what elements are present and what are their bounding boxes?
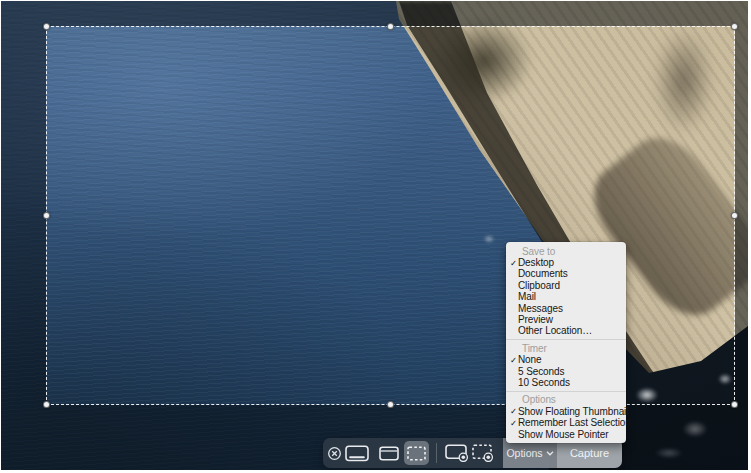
menu-separator	[506, 339, 626, 340]
menu-item-label: Remember Last Selection	[518, 417, 631, 428]
menu-section-header-save-to: Save to	[506, 246, 626, 257]
menu-item-mail[interactable]: Mail	[506, 291, 626, 302]
menu-item-documents[interactable]: Documents	[506, 268, 626, 279]
menu-item-label: Mail	[518, 291, 536, 302]
menu-section-header-timer: Timer	[506, 343, 626, 354]
record-portion-icon	[472, 444, 494, 462]
menu-item-show-floating-thumbnail[interactable]: ✓ Show Floating Thumbnail	[506, 406, 626, 417]
menu-item-label: None	[518, 354, 542, 365]
menu-item-label: 10 Seconds	[518, 377, 570, 388]
options-dropdown-menu: Save to ✓ Desktop Documents Clipboard Ma…	[506, 242, 626, 443]
menu-item-5-seconds[interactable]: 5 Seconds	[506, 365, 626, 376]
desktop: Options Capture Save to ✓ Desktop Docume…	[1, 1, 748, 470]
close-icon	[327, 446, 342, 461]
menu-item-10-seconds[interactable]: 10 Seconds	[506, 377, 626, 388]
menu-separator	[506, 391, 626, 392]
menu-item-label: 5 Seconds	[518, 366, 564, 377]
record-screen-icon	[445, 444, 469, 462]
selection-handle-bottom-right[interactable]	[731, 401, 738, 408]
menu-item-messages[interactable]: Messages	[506, 302, 626, 313]
menu-item-label: Preview	[518, 314, 553, 325]
close-button[interactable]	[326, 445, 342, 461]
options-button-label: Options	[506, 447, 542, 459]
selection-handle-top-left[interactable]	[43, 23, 50, 30]
checkmark-icon: ✓	[506, 355, 518, 365]
menu-item-remember-last-selection[interactable]: ✓ Remember Last Selection	[506, 417, 626, 428]
capture-button-label: Capture	[570, 447, 609, 459]
capture-selected-portion-button[interactable]	[404, 441, 429, 465]
menu-item-label: Show Floating Thumbnail	[518, 406, 628, 417]
menu-item-desktop[interactable]: ✓ Desktop	[506, 257, 626, 268]
selection-handle-middle-left[interactable]	[43, 212, 50, 219]
checkmark-icon: ✓	[506, 258, 518, 268]
menu-item-label: Messages	[518, 303, 563, 314]
menu-item-other-location[interactable]: Other Location…	[506, 325, 626, 336]
record-selected-portion-button[interactable]	[472, 444, 494, 462]
menu-item-clipboard[interactable]: Clipboard	[506, 280, 626, 291]
capture-entire-screen-button[interactable]	[345, 444, 369, 462]
selection-handle-top-center[interactable]	[387, 23, 394, 30]
menu-section-header-options: Options	[506, 394, 626, 405]
selection-handle-bottom-left[interactable]	[43, 401, 50, 408]
chevron-down-icon	[546, 451, 554, 456]
menu-item-label: Desktop	[518, 257, 554, 268]
checkmark-icon: ✓	[506, 418, 518, 428]
toolbar-separator	[436, 443, 437, 463]
dashed-portion-icon	[407, 446, 426, 461]
checkmark-icon: ✓	[506, 406, 518, 416]
menu-item-show-mouse-pointer[interactable]: Show Mouse Pointer	[506, 428, 626, 439]
selection-handle-bottom-center[interactable]	[387, 401, 394, 408]
capture-selected-window-button[interactable]	[379, 444, 399, 462]
window-icon	[379, 446, 399, 461]
record-entire-screen-button[interactable]	[445, 444, 469, 462]
menu-item-label: Clipboard	[518, 280, 560, 291]
menu-item-label: Other Location…	[518, 325, 592, 336]
capture-selection-region[interactable]	[46, 26, 735, 405]
menu-item-preview[interactable]: Preview	[506, 314, 626, 325]
menu-item-label: Show Mouse Pointer	[518, 429, 608, 440]
menu-item-label: Documents	[518, 268, 568, 279]
menu-item-none[interactable]: ✓ None	[506, 354, 626, 365]
selection-handle-middle-right[interactable]	[731, 212, 738, 219]
screen-icon	[345, 445, 369, 462]
screenshot-capture-ui: Options Capture Save to ✓ Desktop Docume…	[0, 0, 751, 473]
selection-handle-top-right[interactable]	[731, 23, 738, 30]
